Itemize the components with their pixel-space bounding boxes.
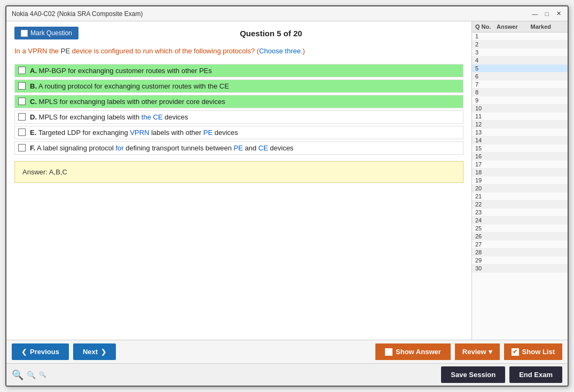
side-row[interactable]: 6	[472, 73, 568, 81]
next-chevron-icon: ❯	[101, 348, 106, 356]
side-panel-header: Q No. Answer Marked	[472, 21, 568, 33]
choice-d-checkbox[interactable]	[18, 113, 26, 121]
side-row[interactable]: 5	[472, 65, 568, 73]
side-row-qno: 14	[475, 137, 497, 143]
side-row-marked	[531, 49, 565, 55]
side-row[interactable]: 23	[472, 209, 568, 217]
side-row-answer	[497, 33, 531, 39]
next-button[interactable]: Next ❯	[73, 343, 116, 360]
side-row-qno: 7	[475, 81, 497, 87]
side-row-answer	[497, 89, 531, 95]
side-row-qno: 24	[475, 217, 497, 223]
choice-e-label: E. Targeted LDP for exchanging VPRN labe…	[30, 129, 238, 137]
content-area: Mark Question Question 5 of 20 In a VPRN…	[6, 21, 568, 340]
side-row-answer	[497, 137, 531, 143]
side-row-answer	[497, 73, 531, 79]
title-bar: Nokia 4A0-C02 (Nokia SRA Composite Exam)…	[6, 6, 568, 21]
app-window: Nokia 4A0-C02 (Nokia SRA Composite Exam)…	[5, 5, 569, 387]
choices-list: A. MP-BGP for exchanging customer routes…	[14, 64, 463, 155]
side-row[interactable]: 20	[472, 185, 568, 193]
choice-a[interactable]: A. MP-BGP for exchanging customer routes…	[14, 64, 463, 77]
side-row-qno: 10	[475, 105, 497, 111]
question-title: Question 5 of 20	[78, 29, 463, 38]
side-row-answer	[497, 249, 531, 255]
side-row[interactable]: 16	[472, 153, 568, 161]
side-row[interactable]: 10	[472, 105, 568, 113]
choice-b[interactable]: B. A routing protocol for exchanging cus…	[14, 79, 463, 93]
choice-b-checkbox[interactable]	[18, 82, 26, 90]
choice-d[interactable]: D. MPLS for exchanging labels with the C…	[14, 110, 463, 124]
side-row-answer	[497, 129, 531, 135]
side-row[interactable]: 17	[472, 161, 568, 169]
side-row-marked	[531, 257, 565, 263]
choice-e[interactable]: E. Targeted LDP for exchanging VPRN labe…	[14, 126, 463, 139]
end-exam-button[interactable]: End Exam	[509, 366, 562, 383]
bottom-right-controls: Save Session End Exam	[441, 366, 562, 383]
save-session-button[interactable]: Save Session	[441, 366, 505, 383]
review-button[interactable]: Review ▾	[455, 343, 500, 360]
show-list-checkbox-icon: ✔	[512, 348, 519, 356]
side-row-marked	[531, 105, 565, 111]
window-controls: — □ ✕	[531, 10, 562, 18]
side-row[interactable]: 12	[472, 121, 568, 129]
zoom-in-button[interactable]: 🔍	[12, 369, 23, 381]
side-row[interactable]: 26	[472, 233, 568, 241]
side-row[interactable]: 28	[472, 249, 568, 257]
choice-c-checkbox[interactable]	[18, 98, 26, 105]
side-panel-list[interactable]: 1234567891011121314151617181920212223242…	[472, 33, 568, 340]
side-row-answer	[497, 169, 531, 175]
choice-f[interactable]: F. A label signaling protocol for defini…	[14, 141, 463, 155]
side-row-answer	[497, 193, 531, 199]
choice-a-checkbox[interactable]	[18, 67, 26, 74]
side-row-marked	[531, 33, 565, 39]
side-row[interactable]: 14	[472, 137, 568, 145]
previous-button[interactable]: ❮ Previous	[12, 343, 69, 360]
side-row[interactable]: 3	[472, 49, 568, 57]
side-row-marked	[531, 153, 565, 159]
zoom-reset-button[interactable]: 🔍	[27, 371, 36, 379]
side-row-answer	[497, 57, 531, 63]
maximize-button[interactable]: □	[543, 10, 551, 18]
minimize-button[interactable]: —	[531, 10, 539, 18]
side-row-answer	[497, 113, 531, 119]
side-row[interactable]: 30	[472, 265, 568, 273]
side-row[interactable]: 18	[472, 169, 568, 177]
side-row[interactable]: 15	[472, 145, 568, 153]
side-row[interactable]: 29	[472, 257, 568, 265]
side-row[interactable]: 19	[472, 177, 568, 185]
side-row-marked	[531, 249, 565, 255]
side-row[interactable]: 27	[472, 241, 568, 249]
question-text: In a VPRN the PE device is configured to…	[14, 46, 463, 57]
close-button[interactable]: ✕	[555, 10, 562, 18]
side-row[interactable]: 1	[472, 33, 568, 41]
mark-question-label: Mark Question	[30, 29, 72, 37]
side-row[interactable]: 13	[472, 129, 568, 137]
side-row-qno: 23	[475, 209, 497, 215]
zoom-out-button[interactable]: 🔍	[39, 371, 46, 378]
side-row[interactable]: 25	[472, 225, 568, 233]
choice-e-checkbox[interactable]	[18, 129, 26, 136]
side-row[interactable]: 11	[472, 113, 568, 121]
choice-a-label: A. MP-BGP for exchanging customer routes…	[30, 67, 212, 75]
side-row[interactable]: 8	[472, 89, 568, 97]
side-row-marked	[531, 233, 565, 239]
side-row[interactable]: 9	[472, 97, 568, 105]
side-row[interactable]: 7	[472, 81, 568, 89]
choice-f-checkbox[interactable]	[18, 144, 26, 151]
choice-c[interactable]: C. MPLS for exchanging labels with other…	[14, 95, 463, 108]
mark-question-button[interactable]: Mark Question	[14, 27, 78, 39]
side-row[interactable]: 4	[472, 57, 568, 65]
side-row-qno: 12	[475, 121, 497, 127]
show-list-button[interactable]: ✔ Show List	[504, 343, 562, 360]
side-row[interactable]: 2	[472, 41, 568, 49]
side-row-answer	[497, 145, 531, 151]
side-row[interactable]: 24	[472, 217, 568, 225]
side-row[interactable]: 22	[472, 201, 568, 209]
save-session-label: Save Session	[451, 371, 496, 379]
show-answer-button[interactable]: Show Answer	[375, 343, 451, 360]
side-row-qno: 25	[475, 225, 497, 231]
main-panel: Mark Question Question 5 of 20 In a VPRN…	[6, 21, 471, 340]
side-row[interactable]: 21	[472, 193, 568, 201]
question-text-part2: device is configured to run which of the…	[70, 47, 259, 55]
side-row-answer	[497, 241, 531, 247]
